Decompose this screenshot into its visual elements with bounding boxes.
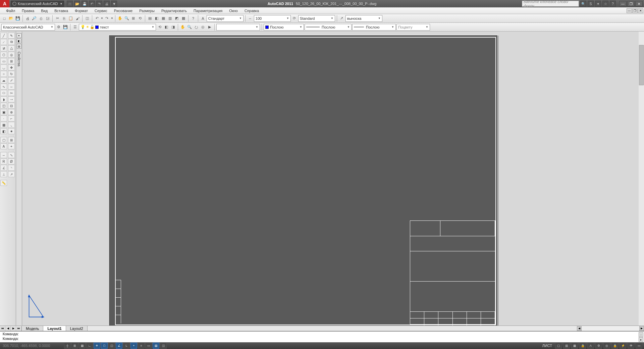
tab-prev-icon[interactable]: ◀ [5, 326, 11, 331]
erase-icon[interactable]: ✎ [8, 33, 15, 39]
command-line[interactable]: Команда: Команда: ⋮ ▸ [0, 331, 644, 342]
dim-dia-icon[interactable]: Ø [8, 158, 15, 164]
autocad-logo-icon[interactable]: A [0, 0, 9, 7]
plotstyle-dropdown[interactable]: Поцвету▼ [396, 24, 430, 31]
stretch-icon[interactable]: ↔ [8, 84, 15, 90]
space-indicator[interactable]: ЛИСТ [540, 344, 554, 348]
menu-insert[interactable]: Вставка [51, 9, 71, 13]
cmd-grip-icon[interactable]: ⋮ [639, 332, 643, 337]
osnap-icon[interactable]: □ [101, 343, 108, 349]
cut-icon[interactable]: ✂ [54, 15, 60, 21]
layer-dropdown[interactable]: 💡 ☀ 🔓 текст ▼ [79, 24, 156, 31]
qat-undo-icon[interactable]: ↶ [89, 1, 95, 7]
redo-icon[interactable]: ↷ [104, 15, 110, 21]
search-icon[interactable]: 🔍 [580, 1, 586, 7]
close-button[interactable]: ✕ [635, 1, 643, 6]
dim-leader-icon[interactable]: ↗ [8, 171, 15, 177]
layer-state-icon[interactable]: ◧ [163, 24, 169, 30]
exchange-icon[interactable]: ✦ [595, 1, 601, 7]
coordinates[interactable]: 306.7010, -465.4598, 0.0000 [0, 344, 64, 348]
workspace-switch-dropdown[interactable]: Классический AutoCAD▼ [1, 24, 55, 31]
mirror-icon[interactable]: ⧋ [8, 45, 15, 51]
qat-open-icon[interactable]: 📂 [74, 1, 80, 7]
minimize-button[interactable]: — [619, 1, 627, 6]
array-icon[interactable]: ⊞ [8, 58, 15, 64]
scale-icon[interactable]: ⤢ [8, 77, 15, 83]
dim-ordinate-icon[interactable]: ⊥ [0, 171, 7, 177]
linetype-dropdown[interactable]: Послою▼ [305, 24, 352, 31]
dim-update-icon[interactable]: ⟳ [291, 15, 298, 21]
menu-tools[interactable]: Сервис [91, 9, 111, 13]
nav-wheel-icon[interactable]: ◎ [200, 24, 206, 30]
isolate-icon[interactable]: 👁 [628, 343, 634, 349]
hardware-accel-icon[interactable]: ⚡ [620, 343, 626, 349]
plot-icon[interactable]: 🖨 [24, 15, 31, 21]
ortho-icon[interactable]: ∟ [86, 343, 93, 349]
nav-zoom-icon[interactable]: 🔍 [186, 24, 193, 30]
copy-icon[interactable]: ⎘ [61, 15, 67, 21]
lineweight-dropdown[interactable]: Послою▼ [352, 24, 396, 31]
point-icon[interactable]: · [0, 115, 7, 121]
palette-pin-icon[interactable]: ◧ [17, 39, 21, 43]
menu-help[interactable]: Справка [241, 9, 262, 13]
nav-orbit-icon[interactable]: ⭮ [193, 24, 199, 30]
textstyle-icon[interactable]: A [200, 15, 206, 21]
matchprop-icon[interactable]: 🖌 [74, 15, 80, 21]
offset-icon[interactable]: ◎ [8, 52, 15, 58]
ducs-icon[interactable]: L [123, 343, 130, 349]
menu-view[interactable]: Вид [38, 9, 51, 13]
sheetset-icon[interactable]: ▥ [167, 15, 173, 21]
extend-icon[interactable]: ⤏ [8, 96, 15, 102]
quickcalc-icon[interactable]: ▩ [180, 15, 186, 21]
menu-modify[interactable]: Редактировать [158, 9, 190, 13]
ellipsearc-icon[interactable]: ◗ [0, 96, 7, 102]
quickview-layouts-icon[interactable]: ▥ [563, 343, 570, 349]
mtext-icon[interactable]: A [0, 143, 7, 149]
otrack-icon[interactable]: ∠ [116, 343, 122, 349]
maximize-button[interactable]: ❐ [627, 1, 635, 6]
ellipse-icon[interactable]: ⬭ [0, 90, 7, 96]
paste-icon[interactable]: 📋 [68, 15, 74, 21]
rotate-icon[interactable]: ↻ [8, 71, 15, 77]
insert-block-icon[interactable]: ◫ [0, 103, 7, 109]
maximize-vp-icon[interactable]: ▢ [555, 343, 562, 349]
quickview-drawings-icon[interactable]: ▦ [571, 343, 578, 349]
cmd-recent-icon[interactable]: ▸ [639, 337, 643, 342]
menu-draw[interactable]: Рисование [111, 9, 136, 13]
qat-print-icon[interactable]: 🖨 [104, 1, 110, 7]
break-icon[interactable]: ⊟ [8, 103, 15, 109]
undo-icon[interactable]: ↶ [94, 15, 100, 21]
trim-icon[interactable]: ✂ [8, 90, 15, 96]
nav-pan-icon[interactable]: ✋ [180, 24, 186, 30]
menu-file[interactable]: Файл [3, 9, 18, 13]
qp-icon[interactable]: ▤ [153, 343, 159, 349]
qat-new-icon[interactable]: □ [67, 1, 73, 7]
xline-icon[interactable]: ⟋ [0, 39, 7, 45]
3ddwf-icon[interactable]: ◲ [45, 15, 51, 21]
publish-icon[interactable]: ⎙ [38, 15, 44, 21]
workspace-save-icon[interactable]: 💾 [62, 24, 68, 30]
tpy-icon[interactable]: ▭ [145, 343, 152, 349]
addselected-icon[interactable]: + [8, 143, 15, 149]
3dosnap-icon[interactable]: ◫ [108, 343, 115, 349]
palette-menu-icon[interactable]: ▤ [17, 44, 21, 49]
qat-redo-icon[interactable]: ↷ [96, 1, 102, 7]
spline-icon[interactable]: ∿ [0, 84, 7, 90]
sc-icon[interactable]: ◫ [160, 343, 167, 349]
zoom-realtime-icon[interactable]: 🔍 [124, 15, 130, 21]
drawing-canvas[interactable] [22, 32, 644, 326]
dyn-icon[interactable]: + [130, 343, 137, 349]
explode-icon[interactable]: ✷ [8, 128, 15, 134]
properties-icon[interactable]: ▤ [147, 15, 153, 21]
nav-showmotion-icon[interactable]: ▶ [207, 24, 213, 30]
mleader-icon[interactable]: ↗ [339, 15, 345, 21]
region-icon[interactable]: ▢ [0, 137, 7, 143]
infer-icon[interactable]: ┼ [64, 343, 71, 349]
vertical-scrollbar[interactable] [639, 32, 644, 326]
fillet-icon[interactable]: ◟ [8, 122, 15, 128]
preview-icon[interactable]: 🔎 [31, 15, 37, 21]
save-icon[interactable]: 💾 [15, 15, 21, 21]
table-icon[interactable]: ⊞ [8, 137, 15, 143]
tab-first-icon[interactable]: ⏮ [0, 326, 5, 331]
grid-icon[interactable]: ▦ [79, 343, 86, 349]
